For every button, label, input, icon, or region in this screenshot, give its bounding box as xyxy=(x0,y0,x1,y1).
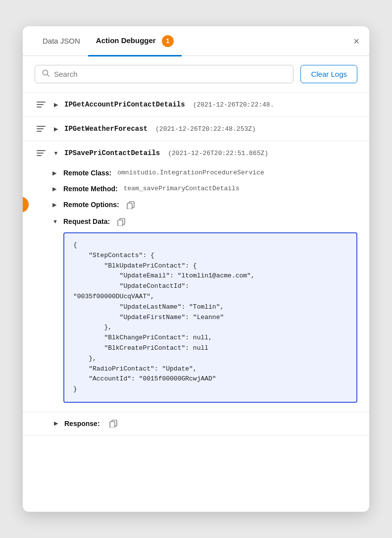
response-label: Response: xyxy=(64,420,100,428)
copy-icon-options[interactable] xyxy=(126,201,135,210)
log-icon-3 xyxy=(35,148,48,158)
log-item-3: ▼ IPSavePriContactDetails (2021-12-26T20… xyxy=(23,141,369,412)
expand-chevron-2[interactable]: ▶ xyxy=(52,126,59,132)
svg-rect-3 xyxy=(127,203,132,209)
tab-action-debugger[interactable]: Action Debugger 1 xyxy=(88,26,182,56)
log-name-2: IPGetWeatherForecast xyxy=(64,125,147,133)
lines-icon-2 xyxy=(37,126,46,132)
log-icon-2 xyxy=(35,124,48,134)
response-item: ▶ Response: xyxy=(23,412,369,435)
expand-chevron-3[interactable]: ▼ xyxy=(52,150,59,156)
lines-icon-1 xyxy=(37,102,46,108)
log-row-2[interactable]: ▶ IPGetWeatherForecast (2021-12-26T20:22… xyxy=(23,117,369,141)
detail-value-method: team_savePrimaryContactDetails xyxy=(124,185,240,192)
search-icon xyxy=(42,69,50,79)
log-name-1: IPGetAccountPriContactDetails xyxy=(64,101,185,108)
log-row-1[interactable]: ▶ IPGetAccountPriContactDetails (2021-12… xyxy=(23,93,369,116)
log-item-1: ▶ IPGetAccountPriContactDetails (2021-12… xyxy=(23,93,369,117)
log-time-2: (2021-12-26T20:22:48.253Z) xyxy=(155,125,256,133)
json-block-wrapper: 3 { "StepContacts": { "BlkUpdatePriConta… xyxy=(52,232,357,403)
log-time-3: (2021-12-26T20:22:51.865Z) xyxy=(168,150,268,157)
response-row[interactable]: ▶ Response: xyxy=(23,412,369,435)
header: Data JSON Action Debugger 1 × xyxy=(23,26,369,56)
tab-badge-1: 1 xyxy=(162,35,174,47)
log-list: 2 ▶ IPGetAccountPriContactDetails (2021-… xyxy=(23,93,369,435)
svg-rect-5 xyxy=(118,220,123,226)
detail-chevron-options[interactable]: ▶ xyxy=(52,202,59,208)
detail-chevron-class[interactable]: ▶ xyxy=(52,170,59,176)
close-button[interactable]: × xyxy=(353,36,359,46)
detail-request-data: ▼ Request Data: xyxy=(52,214,357,230)
copy-icon-request[interactable] xyxy=(117,217,126,226)
detail-value-class: omnistudio.IntegrationProcedureService xyxy=(117,169,264,176)
detail-chevron-request[interactable]: ▼ xyxy=(52,218,59,224)
search-box xyxy=(35,65,294,83)
detail-label-class: Remote Class: xyxy=(63,169,111,177)
detail-label-request: Request Data: xyxy=(63,217,110,225)
log-row-3[interactable]: ▼ IPSavePriContactDetails (2021-12-26T20… xyxy=(23,141,369,165)
detail-remote-options: ▶ Remote Options: xyxy=(52,197,357,214)
tab-data-json[interactable]: Data JSON xyxy=(35,28,88,54)
json-content: { "StepContacts": { "BlkUpdatePriContact… xyxy=(63,232,357,403)
response-chevron[interactable]: ▶ xyxy=(52,420,59,427)
lines-icon-3 xyxy=(37,150,46,156)
log-item-2: ▶ IPGetWeatherForecast (2021-12-26T20:22… xyxy=(23,117,369,141)
log-expanded-3: ▶ Remote Class: omnistudio.IntegrationPr… xyxy=(23,165,369,412)
log-icon-1 xyxy=(35,100,48,109)
copy-icon-response[interactable] xyxy=(109,419,118,428)
expand-chevron-1[interactable]: ▶ xyxy=(52,102,59,108)
log-name-3: IPSavePriContactDetails xyxy=(64,149,160,157)
svg-rect-7 xyxy=(110,422,115,428)
search-input[interactable] xyxy=(54,70,286,78)
toolbar: Clear Logs xyxy=(23,56,369,93)
svg-line-1 xyxy=(48,75,49,77)
log-time-1: (2021-12-26T20:22:48. xyxy=(193,101,274,108)
detail-remote-class: ▶ Remote Class: omnistudio.IntegrationPr… xyxy=(52,165,357,181)
detail-label-options: Remote Options: xyxy=(63,201,119,209)
debugger-window: Data JSON Action Debugger 1 × Clear Logs… xyxy=(23,26,369,512)
detail-remote-method: ▶ Remote Method: team_savePrimaryContact… xyxy=(52,181,357,197)
detail-chevron-method[interactable]: ▶ xyxy=(52,186,59,192)
clear-logs-button[interactable]: Clear Logs xyxy=(300,65,357,83)
detail-label-method: Remote Method: xyxy=(63,185,118,193)
